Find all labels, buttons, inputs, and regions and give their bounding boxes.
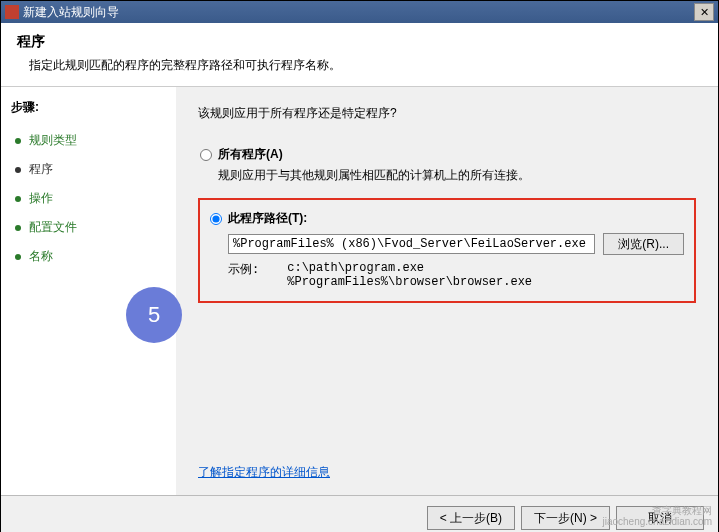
radio-all-programs[interactable] — [200, 149, 212, 161]
header: 程序 指定此规则匹配的程序的完整程序路径和可执行程序名称。 — [1, 23, 718, 87]
radio-this-path[interactable] — [210, 213, 222, 225]
bullet-icon — [15, 254, 21, 260]
all-programs-desc: 规则应用于与其他规则属性相匹配的计算机上的所有连接。 — [218, 167, 696, 184]
radio-label-all: 所有程序(A) — [218, 146, 283, 163]
example-line1: c:\path\program.exe — [287, 261, 424, 275]
app-icon — [5, 5, 19, 19]
program-path-input[interactable] — [228, 234, 595, 254]
radio-label-path: 此程序路径(T): — [228, 210, 307, 227]
titlebar: 新建入站规则向导 ✕ — [1, 1, 718, 23]
question-text: 该规则应用于所有程序还是特定程序? — [198, 105, 696, 122]
step-name[interactable]: 名称 — [11, 242, 166, 271]
browse-button[interactable]: 浏览(R)... — [603, 233, 684, 255]
example-block: 示例: c:\path\program.exe %ProgramFiles%\b… — [228, 261, 684, 289]
bullet-icon — [15, 167, 21, 173]
step-label: 操作 — [29, 190, 53, 207]
watermark: 查字典教程网 jiaocheng.chazidian.com — [602, 505, 712, 527]
main-panel: 该规则应用于所有程序还是特定程序? 所有程序(A) 规则应用于与其他规则属性相匹… — [176, 87, 718, 495]
window-title: 新建入站规则向导 — [23, 4, 694, 21]
example-line2: %ProgramFiles%\browser\browser.exe — [287, 275, 532, 289]
bullet-icon — [15, 225, 21, 231]
step-profile[interactable]: 配置文件 — [11, 213, 166, 242]
step-number-badge: 5 — [126, 287, 182, 343]
step-label: 程序 — [29, 161, 53, 178]
step-rule-type[interactable]: 规则类型 — [11, 126, 166, 155]
example-label: 示例: — [228, 261, 259, 289]
step-program[interactable]: 程序 — [11, 155, 166, 184]
highlight-box: 此程序路径(T): 浏览(R)... 示例: c:\path\program.e… — [198, 198, 696, 303]
step-label: 名称 — [29, 248, 53, 265]
back-button[interactable]: < 上一步(B) — [427, 506, 515, 530]
page-title: 程序 — [17, 33, 702, 51]
watermark-line2: jiaocheng.chazidian.com — [602, 516, 712, 527]
step-label: 配置文件 — [29, 219, 77, 236]
bullet-icon — [15, 196, 21, 202]
page-description: 指定此规则匹配的程序的完整程序路径和可执行程序名称。 — [17, 57, 702, 74]
next-button[interactable]: 下一步(N) > — [521, 506, 610, 530]
step-action[interactable]: 操作 — [11, 184, 166, 213]
learn-more-link[interactable]: 了解指定程序的详细信息 — [198, 464, 330, 481]
steps-heading: 步骤: — [11, 99, 166, 116]
bullet-icon — [15, 138, 21, 144]
close-button[interactable]: ✕ — [694, 3, 714, 21]
step-label: 规则类型 — [29, 132, 77, 149]
watermark-line1: 查字典教程网 — [602, 505, 712, 516]
option-all-programs: 所有程序(A) 规则应用于与其他规则属性相匹配的计算机上的所有连接。 — [198, 146, 696, 184]
